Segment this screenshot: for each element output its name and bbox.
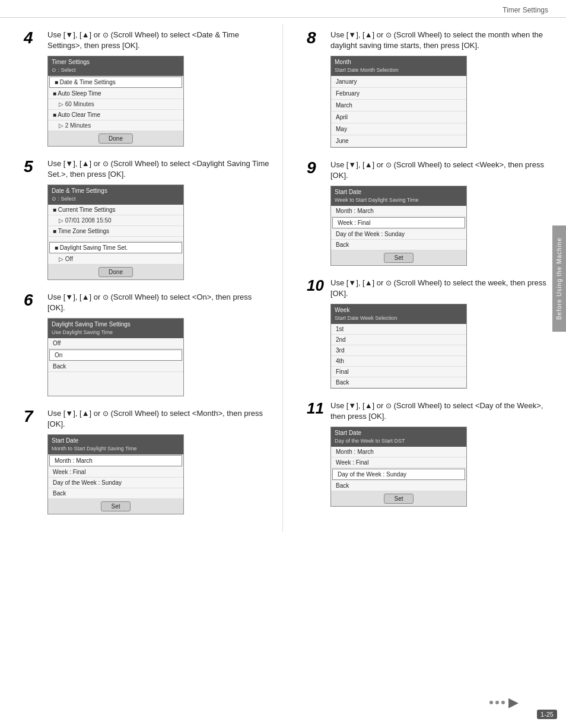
screen-11-set-button[interactable]: Set [384,494,413,504]
screen-4-item-2: ■ Auto Sleep Time [48,88,183,99]
screen-8-title: Month [335,58,463,66]
screen-9-item-back[interactable]: Back [331,240,466,250]
screen-10-1st[interactable]: 1st [331,324,466,335]
step-9-number: 9 [307,160,330,176]
screen-6-spacer [48,372,183,396]
nav-dot-3 [501,701,505,704]
step-10-number: 10 [307,278,330,293]
screen-5-item-3: ■ Time Zone Settings [48,226,183,237]
step-8-text: Use [▼], [▲] or ⊙ (Scroll Wheel) to sele… [330,30,554,51]
step-4-header: 4 Use [▼], [▲] or ⊙ (Scroll Wheel) to se… [24,30,271,51]
screen-7-subtitle: Month to Start Daylight Saving Time [52,445,180,453]
screen-5-done-button[interactable]: Done [98,267,133,277]
screen-6-item-on[interactable]: On [49,349,182,361]
screen-8-mar[interactable]: March [331,100,466,112]
screen-11-footer: Set [331,491,466,506]
screen-6-titlebar: Daylight Saving Time Settings Use Daylig… [48,319,183,338]
step-11-text: Use [▼], [▲] or ⊙ (Scroll Wheel) to sele… [330,400,554,422]
screen-7-item-day[interactable]: Day of the Week : Sunday [48,478,183,488]
bottom-nav: ▶ [488,695,519,710]
screen-5-title: Date & Time Settings [52,187,180,195]
page-header: Timer Settings [0,0,566,18]
screen-4-item-5: ▷ 2 Minutes [48,120,183,131]
screen-10-back[interactable]: Back [331,377,466,388]
screen-10-final[interactable]: Final [331,367,466,377]
screen-4-item-3: ▷ 60 Minutes [48,99,183,110]
screen-9: Start Date Week to Start Daylight Saving… [330,186,467,266]
screen-4-item-4: ■ Auto Clear Time [48,110,183,120]
screen-11-item-week[interactable]: Week : Final [331,457,466,468]
step-8-header: 8 Use [▼], [▲] or ⊙ (Scroll Wheel) to se… [307,30,554,51]
screen-8-subtitle: Start Date Month Selection [335,66,463,74]
step-6-number: 6 [24,292,47,309]
screen-5-divider [48,237,183,241]
screen-5: Date & Time Settings ⊙ : Select ■ Curren… [47,185,184,280]
screen-4-done-button[interactable]: Done [98,133,133,144]
screen-10-titlebar: Week Start Date Week Selection [331,304,466,324]
screen-5-item-1: ■ Current Time Settings [48,205,183,215]
screen-9-subtitle: Week to Start Daylight Saving Time [335,196,463,204]
step-8-block: 8 Use [▼], [▲] or ⊙ (Scroll Wheel) to se… [307,30,554,148]
step-7-text: Use [▼], [▲] or ⊙ (Scroll Wheel) to sele… [47,408,271,430]
step-4-block: 4 Use [▼], [▲] or ⊙ (Scroll Wheel) to se… [24,30,271,147]
screen-6-item-back[interactable]: Back [48,361,183,372]
screen-4-subtitle: ⊙ : Select [52,66,180,74]
screen-5-item-4[interactable]: ■ Daylight Saving Time Set. [49,242,182,253]
nav-dot-1 [489,701,493,704]
step-7-number: 7 [24,408,47,425]
screen-7-item-month[interactable]: Month : March [49,455,182,466]
screen-11-item-month[interactable]: Month : March [331,447,466,457]
screen-4-item-1[interactable]: ■ Date & Time Settings [49,77,182,88]
step-9-text: Use [▼], [▲] or ⊙ (Scroll Wheel) to sele… [330,160,554,181]
screen-7-item-back[interactable]: Back [48,488,183,499]
screen-10-subtitle: Start Date Week Selection [335,314,463,322]
screen-6-subtitle: Use Daylight Saving Time [52,329,180,336]
step-5-header: 5 Use [▼], [▲] or ⊙ (Scroll Wheel) to se… [24,158,271,180]
side-tab: Before Using the Machine [552,225,566,332]
screen-7-set-button[interactable]: Set [101,501,130,511]
screen-7: Start Date Month to Start Daylight Savin… [47,434,184,514]
screen-6-item-off[interactable]: Off [48,338,183,349]
step-10-header: 10 Use [▼], [▲] or ⊙ (Scroll Wheel) to s… [307,278,554,299]
screen-8-jan[interactable]: January [331,76,466,88]
step-10-text: Use [▼], [▲] or ⊙ (Scroll Wheel) to sele… [330,278,554,299]
screen-8-titlebar: Month Start Date Month Selection [331,56,466,76]
step-5-text: Use [▼], [▲] or ⊙ (Scroll Wheel) to sele… [47,158,271,180]
screen-4-titlebar: Timer Settings ⊙ : Select [48,56,183,76]
step-6-header: 6 Use [▼], [▲] or ⊙ (Scroll Wheel) to se… [24,292,271,313]
main-content: 4 Use [▼], [▲] or ⊙ (Scroll Wheel) to se… [0,18,566,538]
screen-9-item-day[interactable]: Day of the Week : Sunday [331,229,466,240]
screen-10-3rd[interactable]: 3rd [331,345,466,356]
step-4-number: 4 [24,30,47,46]
screen-11-item-day[interactable]: Day of the Week : Sunday [332,469,465,480]
screen-10-2nd[interactable]: 2nd [331,335,466,345]
page-number: 1-25 [537,710,557,719]
screen-7-titlebar: Start Date Month to Start Daylight Savin… [48,435,183,454]
nav-dot-2 [495,701,499,704]
screen-7-title: Start Date [52,437,180,445]
screen-5-titlebar: Date & Time Settings ⊙ : Select [48,185,183,205]
screen-7-item-week[interactable]: Week : Final [48,467,183,478]
screen-9-item-week[interactable]: Week : Final [332,217,465,228]
screen-9-titlebar: Start Date Week to Start Daylight Saving… [331,186,466,206]
step-6-block: 6 Use [▼], [▲] or ⊙ (Scroll Wheel) to se… [24,292,271,396]
step-9-header: 9 Use [▼], [▲] or ⊙ (Scroll Wheel) to se… [307,160,554,181]
screen-11-item-back[interactable]: Back [331,481,466,491]
step-7-header: 7 Use [▼], [▲] or ⊙ (Scroll Wheel) to se… [24,408,271,430]
step-4-text: Use [▼], [▲] or ⊙ (Scroll Wheel) to sele… [47,30,271,51]
screen-8-may[interactable]: May [331,123,466,135]
step-9-block: 9 Use [▼], [▲] or ⊙ (Scroll Wheel) to se… [307,160,554,266]
step-5-block: 5 Use [▼], [▲] or ⊙ (Scroll Wheel) to se… [24,158,271,280]
screen-11-subtitle: Day of the Week to Start DST [335,437,463,445]
step-10-block: 10 Use [▼], [▲] or ⊙ (Scroll Wheel) to s… [307,278,554,389]
screen-8-apr[interactable]: April [331,112,466,123]
screen-5-footer: Done [48,265,183,279]
screen-9-set-button[interactable]: Set [384,253,413,263]
screen-6: Daylight Saving Time Settings Use Daylig… [47,318,184,396]
step-6-text: Use [▼], [▲] or ⊙ (Scroll Wheel) to sele… [47,292,271,313]
screen-8-jun[interactable]: June [331,135,466,147]
screen-9-item-month[interactable]: Month : March [331,206,466,217]
screen-10: Week Start Date Week Selection 1st 2nd 3… [330,304,467,389]
screen-10-4th[interactable]: 4th [331,356,466,367]
screen-8-feb[interactable]: February [331,88,466,100]
